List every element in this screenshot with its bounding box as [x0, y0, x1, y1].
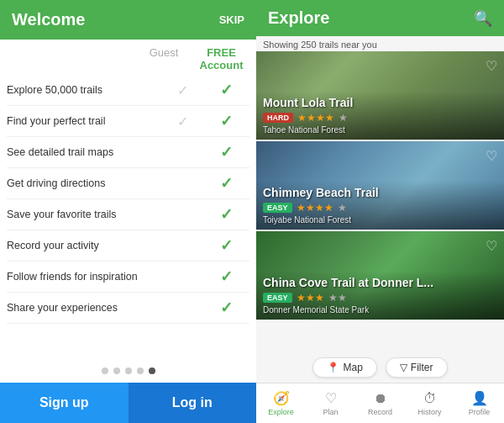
profile-icon: 👤 [471, 390, 488, 406]
nav-plan[interactable]: ♡ Plan [306, 383, 355, 423]
left-header: Welcome SKIP [0, 0, 256, 40]
trail-name-1: Mount Lola Trail [263, 96, 497, 109]
feature-row: Find your perfect trail ✓ ✓ [7, 106, 249, 137]
feature-label: Get driving directions [7, 177, 161, 189]
heart-icon-1[interactable]: ♡ [486, 58, 497, 74]
signup-button[interactable]: Sign up [0, 383, 129, 423]
bottom-nav: 🧭 Explore ♡ Plan ⏺ Record ⏱ History 👤 Pr… [256, 383, 504, 423]
feature-label: Share your experiences [7, 302, 161, 314]
profile-label: Profile [469, 408, 491, 416]
nav-explore[interactable]: 🧭 Explore [256, 383, 306, 423]
explore-icon: 🧭 [273, 390, 290, 406]
trail-card-3[interactable]: ♡ China Cove Trail at Donner L... EASY ★… [256, 231, 504, 320]
map-filter-row: 📍 Map ▽ Filter [256, 352, 504, 383]
trail-name-2: Chimney Beach Trail [263, 186, 497, 199]
map-icon: 📍 [327, 362, 339, 373]
heart-icon-2[interactable]: ♡ [486, 148, 497, 164]
column-headers: Guest FREEAccount [7, 40, 249, 75]
right-header: Explore 🔍 [256, 0, 504, 36]
trail-location-1: Tahoe National Forest [263, 125, 497, 135]
guest-column-header: Guest [143, 46, 185, 71]
feature-row: Share your experiences ✓ [7, 293, 249, 324]
right-panel: Explore 🔍 Showing 250 trails near you ♡ … [256, 0, 504, 423]
feature-row: Get driving directions ✓ [7, 168, 249, 199]
feature-row: Follow friends for inspiration ✓ [7, 262, 249, 293]
welcome-title: Welcome [12, 10, 85, 29]
feature-label: Find your perfect trail [7, 115, 161, 127]
feature-row: See detailed trail maps ✓ [7, 137, 249, 168]
features-table: Guest FREEAccount Explore 50,000 trails … [0, 40, 256, 359]
map-label: Map [343, 362, 362, 373]
free-check: ✓ [203, 299, 249, 317]
trail-name-3: China Cove Trail at Donner L... [263, 276, 497, 289]
plan-icon: ♡ [325, 390, 337, 406]
plan-label: Plan [323, 408, 338, 416]
feature-row: Explore 50,000 trails ✓ ✓ [7, 75, 249, 106]
feature-label: Save your favorite trails [7, 209, 161, 220]
filter-icon: ▽ [400, 362, 407, 373]
history-label: History [417, 408, 441, 416]
nav-record[interactable]: ⏺ Record [355, 383, 405, 423]
free-column-header: FREEAccount [198, 46, 244, 71]
star-empty-3: ★★ [328, 292, 347, 304]
guest-check: ✓ [161, 82, 203, 98]
trail-location-2: Toiyabe National Forest [263, 215, 497, 225]
trail-card-1[interactable]: ♡ Mount Lola Trail HARD ★★★★★ Tahoe Nati… [256, 51, 504, 140]
showing-text: Showing 250 trails near you [256, 36, 504, 51]
free-check: ✓ [203, 174, 249, 193]
stars-1: ★★★★ [297, 112, 334, 124]
explore-label: Explore [268, 408, 294, 416]
guest-check: ✓ [161, 114, 203, 130]
difficulty-badge-1: HARD [263, 113, 293, 123]
stars-3: ★★★ [297, 292, 324, 304]
trail-meta-3: EASY ★★★★★ [263, 292, 497, 304]
map-button[interactable]: 📍 Map [312, 357, 376, 378]
feature-label: See detailed trail maps [7, 146, 161, 158]
search-icon[interactable]: 🔍 [474, 9, 492, 28]
trails-list: ♡ Mount Lola Trail HARD ★★★★★ Tahoe Nati… [256, 51, 504, 352]
free-check: ✓ [203, 236, 249, 255]
history-icon: ⏱ [423, 391, 437, 406]
feature-row: Save your favorite trails ✓ [7, 199, 249, 230]
free-check: ✓ [203, 143, 249, 161]
dot-4[interactable] [137, 367, 144, 374]
star-empty-2: ★ [338, 202, 347, 214]
nav-history[interactable]: ⏱ History [405, 383, 454, 423]
free-check: ✓ [203, 81, 249, 99]
feature-row: Record your activity ✓ [7, 230, 249, 262]
explore-title: Explore [268, 8, 329, 28]
record-icon: ⏺ [374, 391, 387, 406]
trail-location-3: Donner Memorial State Park [263, 305, 497, 315]
left-panel: Welcome SKIP Guest FREEAccount Explore 5… [0, 0, 256, 423]
feature-label: Explore 50,000 trails [7, 84, 161, 96]
trail-overlay-2: Chimney Beach Trail EASY ★★★★★ Toiyabe N… [256, 181, 504, 230]
bottom-buttons: Sign up Log in [0, 383, 256, 423]
filter-label: Filter [411, 362, 433, 373]
dot-5-active[interactable] [149, 367, 155, 374]
dot-1[interactable] [102, 367, 108, 374]
trail-overlay-3: China Cove Trail at Donner L... EASY ★★★… [256, 271, 504, 320]
record-label: Record [368, 408, 392, 416]
difficulty-badge-3: EASY [263, 293, 292, 303]
free-check: ✓ [203, 205, 249, 224]
skip-button[interactable]: SKIP [219, 13, 244, 26]
trail-overlay-1: Mount Lola Trail HARD ★★★★★ Tahoe Nation… [256, 91, 504, 140]
filter-button[interactable]: ▽ Filter [386, 357, 448, 378]
feature-label: Follow friends for inspiration [7, 271, 161, 283]
trail-card-2[interactable]: ♡ Chimney Beach Trail EASY ★★★★★ Toiyabe… [256, 141, 504, 230]
trail-meta-2: EASY ★★★★★ [263, 202, 497, 214]
page-dots [0, 359, 256, 383]
trail-meta-1: HARD ★★★★★ [263, 112, 497, 124]
feature-label: Record your activity [7, 240, 161, 251]
nav-profile[interactable]: 👤 Profile [454, 383, 504, 423]
heart-icon-3[interactable]: ♡ [486, 238, 497, 254]
stars-2: ★★★★ [297, 202, 333, 214]
login-button[interactable]: Log in [129, 383, 257, 423]
free-check: ✓ [203, 267, 249, 286]
star-empty-1: ★ [339, 112, 348, 124]
dot-2[interactable] [113, 367, 120, 374]
dot-3[interactable] [125, 367, 132, 374]
free-check: ✓ [203, 112, 249, 130]
difficulty-badge-2: EASY [263, 203, 292, 213]
